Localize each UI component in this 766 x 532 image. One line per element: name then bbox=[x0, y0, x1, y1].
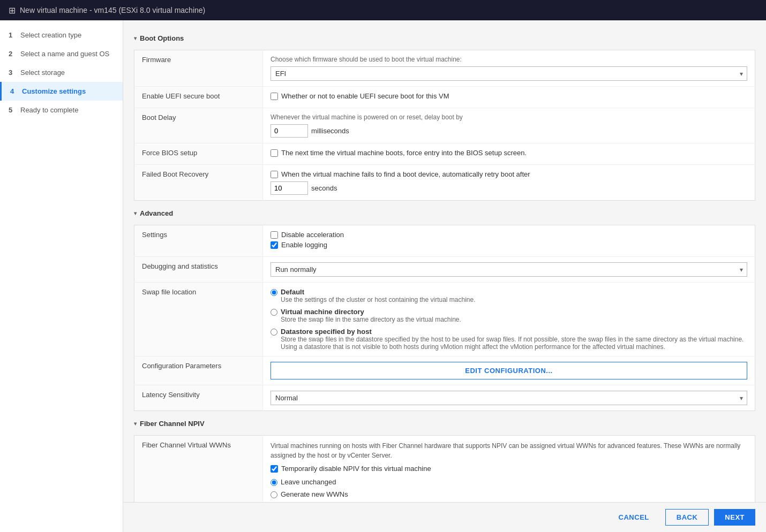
sidebar-item-4-label: Customize settings bbox=[22, 87, 86, 95]
generate-new-label: Generate new WWNs bbox=[281, 490, 348, 498]
swap-vmdir-desc: Store the swap file in the same director… bbox=[281, 316, 461, 323]
failed-boot-checkbox[interactable] bbox=[271, 171, 278, 178]
firmware-row: Firmware Choose which firmware should be… bbox=[134, 50, 755, 87]
sidebar-item-1-label: Select creation type bbox=[20, 31, 81, 39]
swap-file-label: Swap file location bbox=[134, 283, 263, 356]
debugging-label: Debugging and statistics bbox=[134, 257, 263, 283]
step-4-num: 4 bbox=[10, 87, 18, 95]
firmware-label: Firmware bbox=[134, 50, 263, 87]
temp-disable-label: Temporarily disable NPIV for this virtua… bbox=[281, 465, 431, 473]
fiber-wwns-desc: Virtual machines running on hosts with F… bbox=[271, 441, 747, 460]
scrollable-content: ▾ Boot Options Firmware Choose which fir… bbox=[123, 20, 766, 502]
edit-config-button[interactable]: EDIT CONFIGURATION... bbox=[271, 362, 747, 379]
cancel-button[interactable]: CANCEL bbox=[608, 509, 660, 526]
swap-default-desc: Use the settings of the cluster or host … bbox=[281, 296, 476, 303]
settings-label: Settings bbox=[134, 225, 263, 257]
firmware-desc: Choose which firmware should be used to … bbox=[271, 56, 747, 63]
enable-logging-row: Enable logging bbox=[271, 241, 747, 249]
swap-datastore-desc: Store the swap files in the datastore sp… bbox=[281, 336, 747, 351]
uefi-checkbox[interactable] bbox=[271, 93, 278, 100]
force-bios-label: Force BIOS setup bbox=[134, 143, 263, 165]
sidebar-item-2-label: Select a name and guest OS bbox=[20, 50, 109, 58]
boot-delay-label: Boot Delay bbox=[134, 108, 263, 143]
uefi-checkbox-label: Whether or not to enable UEFI secure boo… bbox=[281, 92, 449, 100]
uefi-value: Whether or not to enable UEFI secure boo… bbox=[263, 87, 755, 108]
step-1-num: 1 bbox=[9, 31, 16, 39]
fiber-wwns-label: Fiber Channel Virtual WWNs bbox=[134, 436, 263, 503]
boot-delay-input-row: 0 milliseconds bbox=[271, 124, 747, 138]
uefi-checkbox-row: Whether or not to enable UEFI secure boo… bbox=[271, 92, 747, 100]
latency-row: Latency Sensitivity Normal Low Medium Hi… bbox=[134, 385, 755, 411]
fiber-channel-title: Fiber Channel NPIV bbox=[140, 420, 205, 428]
swap-file-value: Default Use the settings of the cluster … bbox=[263, 283, 755, 356]
failed-boot-input[interactable]: 10 bbox=[271, 181, 308, 195]
sidebar-item-5-label: Ready to complete bbox=[20, 106, 78, 114]
sidebar-item-1[interactable]: 1 Select creation type bbox=[0, 26, 123, 44]
firmware-select[interactable]: EFI BIOS bbox=[271, 66, 747, 81]
failed-boot-input-row: 10 seconds bbox=[271, 181, 747, 195]
advanced-table: Settings Disable acceleration Enable log… bbox=[134, 225, 755, 411]
swap-file-row: Swap file location Default Use the setti… bbox=[134, 283, 755, 356]
swap-default-row: Default Use the settings of the cluster … bbox=[271, 288, 747, 303]
window-title: New virtual machine - vm145 (ESXi 8.0 vi… bbox=[20, 6, 205, 14]
content-area: ▾ Boot Options Firmware Choose which fir… bbox=[123, 20, 766, 532]
sidebar-item-2[interactable]: 2 Select a name and guest OS bbox=[0, 44, 123, 63]
swap-vmdir-row: Virtual machine directory Store the swap… bbox=[271, 308, 747, 323]
sidebar-item-3-label: Select storage bbox=[20, 69, 65, 77]
generate-new-radio[interactable] bbox=[271, 491, 277, 498]
latency-value: Normal Low Medium High bbox=[263, 385, 755, 411]
temp-disable-checkbox[interactable] bbox=[271, 465, 278, 473]
debugging-select[interactable]: Run normally Record debugging info Recor… bbox=[271, 262, 747, 277]
advanced-chevron: ▾ bbox=[134, 210, 137, 216]
failed-boot-unit: seconds bbox=[311, 184, 337, 192]
vm-icon: ⊞ bbox=[9, 5, 16, 16]
step-2-num: 2 bbox=[9, 50, 16, 58]
next-button[interactable]: NEXT bbox=[714, 509, 755, 526]
swap-datastore-radio[interactable] bbox=[271, 329, 277, 336]
swap-default-label: Default Use the settings of the cluster … bbox=[281, 288, 476, 303]
boot-options-chevron: ▾ bbox=[134, 35, 137, 41]
swap-datastore-row: Datastore specified by host Store the sw… bbox=[271, 328, 747, 351]
latency-select[interactable]: Normal Low Medium High bbox=[271, 391, 747, 405]
latency-label: Latency Sensitivity bbox=[134, 385, 263, 411]
sidebar-item-3[interactable]: 3 Select storage bbox=[0, 63, 123, 82]
swap-file-radio-group: Default Use the settings of the cluster … bbox=[271, 288, 747, 351]
failed-boot-checkbox-row: When the virtual machine fails to find a… bbox=[271, 170, 747, 178]
disable-accel-checkbox[interactable] bbox=[271, 231, 278, 239]
force-bios-checkbox-row: The next time the virtual machine boots,… bbox=[271, 149, 747, 157]
settings-row: Settings Disable acceleration Enable log… bbox=[134, 225, 755, 257]
main-container: 1 Select creation type 2 Select a name a… bbox=[0, 20, 766, 532]
enable-logging-checkbox[interactable] bbox=[271, 241, 278, 249]
fiber-wwns-value: Virtual machines running on hosts with F… bbox=[263, 436, 755, 503]
latency-select-wrapper: Normal Low Medium High bbox=[271, 391, 747, 405]
swap-default-radio[interactable] bbox=[271, 289, 277, 296]
settings-value: Disable acceleration Enable logging bbox=[263, 225, 755, 257]
config-params-row: Configuration Parameters EDIT CONFIGURAT… bbox=[134, 356, 755, 385]
config-params-label: Configuration Parameters bbox=[134, 356, 263, 385]
sidebar: 1 Select creation type 2 Select a name a… bbox=[0, 20, 123, 532]
generate-new-row: Generate new WWNs bbox=[271, 490, 747, 498]
boot-delay-input[interactable]: 0 bbox=[271, 124, 308, 138]
force-bios-checkbox[interactable] bbox=[271, 149, 278, 157]
swap-datastore-title: Datastore specified by host bbox=[281, 328, 747, 336]
sidebar-item-5[interactable]: 5 Ready to complete bbox=[0, 101, 123, 119]
advanced-title: Advanced bbox=[140, 209, 173, 217]
debugging-select-wrapper: Run normally Record debugging info Recor… bbox=[271, 262, 747, 277]
back-button[interactable]: BACK bbox=[665, 509, 709, 526]
leave-unchanged-radio[interactable] bbox=[271, 479, 277, 486]
boot-options-table: Firmware Choose which firmware should be… bbox=[134, 50, 755, 201]
boot-delay-value: Whenever the virtual machine is powered … bbox=[263, 108, 755, 143]
fiber-channel-table: Fiber Channel Virtual WWNs Virtual machi… bbox=[134, 435, 755, 502]
uefi-row: Enable UEFI secure boot Whether or not t… bbox=[134, 87, 755, 108]
firmware-select-wrapper: EFI BIOS bbox=[271, 66, 747, 81]
boot-options-header[interactable]: ▾ Boot Options bbox=[134, 31, 755, 45]
force-bios-value: The next time the virtual machine boots,… bbox=[263, 143, 755, 165]
advanced-header[interactable]: ▾ Advanced bbox=[134, 206, 755, 221]
title-bar: ⊞ New virtual machine - vm145 (ESXi 8.0 … bbox=[0, 0, 766, 20]
debugging-row: Debugging and statistics Run normally Re… bbox=[134, 257, 755, 283]
swap-vmdir-radio[interactable] bbox=[271, 309, 277, 316]
sidebar-item-4[interactable]: 4 Customize settings bbox=[0, 82, 123, 101]
failed-boot-checkbox-desc: When the virtual machine fails to find a… bbox=[281, 170, 530, 178]
footer-bar: CANCEL BACK NEXT bbox=[123, 502, 766, 532]
fiber-channel-header[interactable]: ▾ Fiber Channel NPIV bbox=[134, 416, 755, 431]
